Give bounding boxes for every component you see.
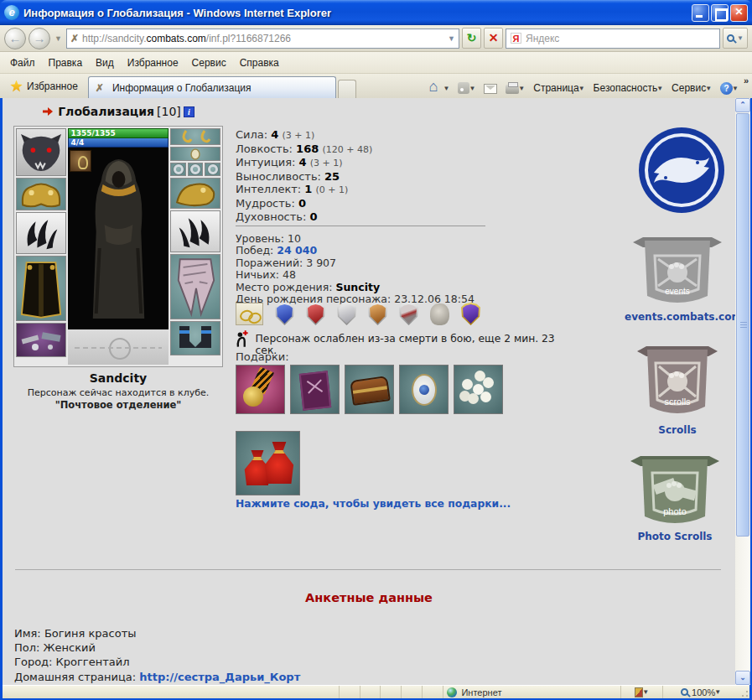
profile-label: Домашняя страница: xyxy=(14,671,136,683)
scrollbar-thumb[interactable] xyxy=(736,113,749,537)
page-content: Глобализация [10] i xyxy=(3,98,735,685)
gift-red-bags[interactable] xyxy=(236,431,300,495)
location-name: Sandcity xyxy=(13,371,223,385)
menu-help[interactable]: Справка xyxy=(233,54,286,72)
scrolls-banner-link[interactable]: scrolls xyxy=(637,340,718,425)
protected-mode-control[interactable]: ▼ xyxy=(621,686,663,698)
slot-helmet-wolf[interactable] xyxy=(16,128,66,176)
slot-leggings[interactable] xyxy=(170,254,220,319)
marriage-rings-icon[interactable] xyxy=(236,303,263,325)
gift-blue-brooch[interactable] xyxy=(399,365,449,414)
slot-amulet[interactable] xyxy=(170,147,220,161)
close-button[interactable] xyxy=(730,4,748,22)
combats-logo-link[interactable] xyxy=(637,126,726,215)
gift-medal-ribbon[interactable] xyxy=(236,365,285,414)
detail-row: Ничьих: 48 xyxy=(236,269,475,281)
zoom-control[interactable]: 100% ▼ xyxy=(663,686,739,698)
gold-earrings-icon xyxy=(173,128,218,145)
ring-slot-3[interactable] xyxy=(205,163,220,176)
search-placeholder: Яндекс xyxy=(526,33,559,44)
character-name: Глобализация xyxy=(58,105,154,118)
back-button[interactable]: ← xyxy=(4,28,26,49)
homepage-link[interactable]: http://сестра_Дарьи_Корт xyxy=(139,671,300,683)
active-tab[interactable]: ✗ Информация о Глобализация xyxy=(88,76,336,98)
silver-leggings-icon xyxy=(174,256,217,318)
url-field[interactable]: ✗ http://sandcity.combats.com/inf.pl?116… xyxy=(66,29,459,49)
brooch-icon xyxy=(412,374,437,406)
favorites-button[interactable]: Избранное xyxy=(0,75,88,97)
menu-tools[interactable]: Сервис xyxy=(185,54,233,72)
resize-grip[interactable] xyxy=(739,687,749,698)
print-button[interactable]: ▼ xyxy=(506,82,525,94)
slot-boots[interactable] xyxy=(170,321,220,355)
url-path: /inf.pl?1166871266 xyxy=(206,33,291,44)
all-gifts-link[interactable]: Нажмите сюда, чтобы увидеть все подарки.… xyxy=(236,498,511,510)
profile-label: Пол: xyxy=(14,641,39,654)
eagle-emblem-icon[interactable] xyxy=(430,303,449,325)
new-tab-button[interactable] xyxy=(338,80,356,98)
home-button[interactable]: ▼ xyxy=(429,81,450,95)
slot-weapon-claw-left[interactable] xyxy=(16,212,66,254)
menu-file[interactable]: Файл xyxy=(3,54,42,72)
slot-rings[interactable] xyxy=(170,163,220,176)
hooded-figure-image xyxy=(68,148,169,329)
slot-gloves-gold[interactable] xyxy=(170,178,220,209)
ring-slot-1[interactable] xyxy=(170,163,186,176)
slot-belt-weapons[interactable] xyxy=(16,323,66,357)
debuff-icon[interactable] xyxy=(70,150,91,172)
scroll-up-button[interactable]: ⌃ xyxy=(735,98,750,112)
shield-orange-icon[interactable] xyxy=(368,303,387,325)
wins-count-link[interactable]: 24 040 xyxy=(277,244,317,257)
shield-silver-icon[interactable] xyxy=(337,303,356,325)
shield-banner-icon[interactable] xyxy=(399,303,418,325)
stat-label: Выносливость: xyxy=(236,170,321,183)
scrolls-caption-link[interactable]: Scrolls xyxy=(625,424,730,436)
slot-weapon-claw-right[interactable] xyxy=(170,210,220,252)
address-bar: ← → ▼ ✗ http://sandcity.combats.com/inf.… xyxy=(0,25,752,52)
events-caption-link[interactable]: events.combats.com xyxy=(625,311,730,323)
maximize-button[interactable] xyxy=(711,4,729,22)
gold-cloak-icon xyxy=(18,257,64,319)
refresh-button[interactable]: ↻ xyxy=(462,28,481,49)
minimize-button[interactable] xyxy=(692,4,709,22)
photo-caption-link[interactable]: Photo Scrolls xyxy=(622,531,728,542)
menu-edit[interactable]: Правка xyxy=(42,54,90,72)
gift-treasure-chest[interactable] xyxy=(345,365,394,414)
shield-blue-icon[interactable] xyxy=(275,303,294,325)
tools-menu-button[interactable]: Сервис▼ xyxy=(672,82,712,94)
history-chevron-icon[interactable]: ▼ xyxy=(53,34,64,43)
slot-earrings[interactable] xyxy=(170,128,220,145)
mail-icon[interactable] xyxy=(484,84,497,94)
weakness-text: Персонаж ослаблен из-за смерти в бою, ещ… xyxy=(256,329,571,356)
url-dropdown-icon[interactable]: ▼ xyxy=(444,34,455,43)
gifts-label: Подарки: xyxy=(236,350,289,363)
page-menu-button[interactable]: Страница▼ xyxy=(533,82,584,94)
events-banner-link[interactable]: events xyxy=(633,231,722,314)
search-input[interactable]: Я Яндекс xyxy=(506,29,720,49)
info-icon[interactable]: i xyxy=(184,106,194,117)
stat-value: 1 xyxy=(304,183,312,195)
shield-red-icon[interactable] xyxy=(306,303,325,325)
safety-menu-button[interactable]: Безопасность▼ xyxy=(594,82,663,94)
slot-armor-cloak[interactable] xyxy=(16,256,66,321)
title-bar: e Информация о Глобализация - Windows In… xyxy=(0,0,752,25)
vertical-scrollbar[interactable]: ⌃ ⌄ xyxy=(735,98,750,685)
ring-slot-2[interactable] xyxy=(188,163,204,176)
photo-scrolls-banner-link[interactable]: photo xyxy=(630,449,719,535)
ie-logo-icon: e xyxy=(4,5,19,20)
gift-white-flowers[interactable] xyxy=(454,365,503,414)
toolbar-overflow-icon[interactable]: » xyxy=(744,75,749,86)
stop-button[interactable]: ✕ xyxy=(484,28,503,49)
scroll-down-button[interactable]: ⌄ xyxy=(735,671,750,685)
menu-view[interactable]: Вид xyxy=(89,54,121,72)
search-button[interactable]: ▼ xyxy=(723,28,748,49)
menu-favorites[interactable]: Избранное xyxy=(121,54,185,72)
feeds-button[interactable]: ▼ xyxy=(458,82,475,94)
help-button[interactable]: ?▼ xyxy=(720,82,739,95)
boots-icon xyxy=(173,323,218,355)
forward-button[interactable]: → xyxy=(29,28,50,49)
stat-label: Духовность: xyxy=(236,210,306,223)
slot-shoulders-gold[interactable] xyxy=(16,178,66,210)
order-purple-icon[interactable] xyxy=(461,303,480,325)
gift-purple-book[interactable] xyxy=(290,365,340,414)
